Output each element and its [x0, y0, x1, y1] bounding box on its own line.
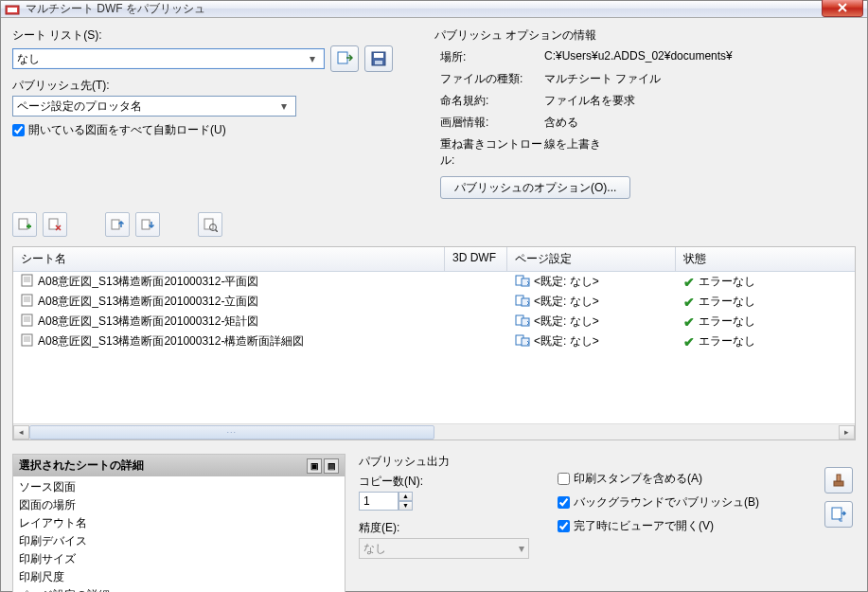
layer-label: 画層情報: [440, 115, 544, 131]
sheet-icon [21, 274, 34, 290]
scroll-thumb[interactable]: ∙∙∙ [29, 425, 434, 440]
row-status: エラーなし [699, 294, 755, 310]
viewer-input[interactable] [558, 520, 570, 532]
detail-item: ソース図面 [19, 478, 339, 496]
col-pagesetup[interactable]: ページ設定 [507, 247, 676, 271]
svg-rect-2 [338, 52, 347, 63]
copies-input[interactable] [359, 492, 399, 511]
autoload-checkbox[interactable]: 開いている図面をすべて自動ロード(U) [12, 122, 421, 138]
filetype-value: マルチシート ファイル [544, 71, 856, 87]
detail-item: レイアウト名 [19, 514, 339, 532]
col-status[interactable]: 状態 [676, 247, 855, 271]
detail-item: 印刷尺度 [19, 568, 339, 586]
sheet-icon [21, 333, 34, 350]
row-status: エラーなし [699, 274, 755, 290]
row-name: A08意匠図_S13構造断面201000312-矩計図 [38, 314, 258, 330]
naming-label: 命名規約: [440, 93, 544, 109]
stamp-settings-button[interactable] [824, 467, 853, 493]
details-view1-icon[interactable]: ▣ [307, 458, 322, 474]
publish-target-combo[interactable]: ページ設定のプロッタ名 ▾ [12, 96, 296, 117]
row-page: <既定: なし> [534, 333, 599, 350]
move-up-button[interactable] [105, 212, 130, 237]
import-list-button[interactable] [330, 45, 359, 72]
copies-down-button[interactable]: ▼ [399, 501, 413, 511]
svg-rect-24 [834, 481, 843, 486]
app-icon [5, 2, 20, 17]
background-label: バックグラウンドでパブリッシュ(B) [574, 494, 759, 511]
chevron-down-icon: ▾ [305, 52, 320, 65]
autoload-input[interactable] [12, 124, 25, 136]
remove-sheet-button[interactable] [43, 212, 67, 237]
scroll-right-button[interactable]: ▸ [839, 425, 855, 440]
precision-combo: なし ▾ [359, 538, 529, 559]
stamp-label: 印刷スタンプを含める(A) [574, 471, 702, 487]
svg-rect-8 [112, 220, 119, 229]
sheetlist-label: シート リスト(S): [12, 27, 421, 44]
titlebar[interactable]: マルチシート DWF をパブリッシュ [1, 1, 867, 18]
preview-button[interactable] [198, 212, 222, 237]
add-sheet-button[interactable] [12, 212, 37, 237]
autoload-label: 開いている図面をすべて自動ロード(U) [28, 122, 226, 138]
detail-item: 印刷サイズ [19, 550, 339, 568]
chevron-down-icon: ▾ [276, 99, 292, 113]
viewer-label: 完了時にビューアで開く(V) [574, 518, 714, 534]
stamp-checkbox[interactable]: 印刷スタンプを含める(A) [558, 471, 812, 487]
horizontal-scrollbar[interactable]: ◂ ∙∙∙ ▸ [13, 423, 855, 440]
naming-value: ファイル名を要求 [544, 93, 856, 109]
row-page: <既定: なし> [534, 314, 599, 330]
merge-label: 重ね書きコントロール: [440, 136, 544, 169]
row-name: A08意匠図_S13構造断面201000312-平面図 [38, 274, 258, 290]
check-icon: ✔ [683, 295, 695, 310]
detail-item: ページ設定の詳細 [19, 586, 339, 592]
col-3ddwf[interactable]: 3D DWF [445, 247, 507, 271]
viewer-checkbox[interactable]: 完了時にビューアで開く(V) [558, 518, 812, 534]
copies-up-button[interactable]: ▲ [399, 492, 413, 501]
check-icon: ✔ [683, 275, 695, 290]
col-sheetname[interactable]: シート名 [13, 247, 445, 271]
publish-info-title: パブリッシュ オプションの情報 [434, 27, 856, 44]
copies-label: コピー数(N): [359, 474, 548, 490]
sheet-table: シート名 3D DWF ページ設定 状態 A08意匠図_S13構造断面20100… [12, 246, 856, 440]
scroll-left-button[interactable]: ◂ [13, 425, 29, 440]
svg-rect-4 [374, 53, 383, 58]
svg-rect-6 [19, 219, 27, 229]
background-input[interactable] [558, 496, 570, 509]
sheetlist-value: なし [17, 51, 40, 67]
pagesetup-icon [515, 333, 530, 350]
save-list-button[interactable] [364, 45, 393, 72]
precision-value: なし [363, 541, 386, 557]
details-title: 選択されたシートの詳細 [19, 457, 144, 474]
table-row[interactable]: A08意匠図_S13構造断面201000312-矩計図<既定: なし>✔エラーな… [13, 312, 855, 332]
sheetlist-combo[interactable]: なし ▾ [12, 48, 325, 69]
pagesetup-icon [515, 294, 530, 310]
details-view2-icon[interactable]: ▤ [324, 458, 339, 474]
row-page: <既定: なし> [534, 274, 599, 290]
row-name: A08意匠図_S13構造断面201000312-構造断面詳細図 [38, 333, 304, 350]
background-checkbox[interactable]: バックグラウンドでパブリッシュ(B) [558, 494, 812, 511]
table-row[interactable]: A08意匠図_S13構造断面201000312-立面図<既定: なし>✔エラーな… [13, 292, 855, 312]
close-button[interactable] [822, 0, 863, 17]
row-status: エラーなし [699, 333, 755, 350]
sheet-icon [21, 294, 34, 310]
row-page: <既定: なし> [534, 294, 599, 310]
merge-value: 線を上書き [544, 136, 856, 169]
svg-rect-18 [22, 314, 32, 326]
svg-rect-15 [22, 295, 32, 306]
table-row[interactable]: A08意匠図_S13構造断面201000312-平面図<既定: なし>✔エラーな… [13, 272, 855, 292]
move-down-button[interactable] [135, 212, 160, 237]
export-settings-button[interactable] [824, 501, 853, 528]
filetype-label: ファイルの種類: [440, 71, 544, 87]
copies-spinner[interactable]: ▲ ▼ [359, 492, 548, 511]
detail-item: 図面の場所 [19, 496, 339, 514]
stamp-input[interactable] [558, 473, 570, 485]
detail-item: 印刷デバイス [19, 532, 339, 550]
selected-sheet-details: 選択されたシートの詳細 ▣ ▤ ソース図面図面の場所レイアウト名印刷デバイス印刷… [12, 454, 345, 592]
svg-rect-5 [375, 61, 382, 64]
svg-rect-25 [837, 475, 841, 481]
table-row[interactable]: A08意匠図_S13構造断面201000312-構造断面詳細図<既定: なし>✔… [13, 332, 855, 351]
check-icon: ✔ [683, 334, 695, 350]
publish-output-title: パブリッシュ出力 [359, 454, 548, 470]
publish-options-button[interactable]: パブリッシュのオプション(O)... [440, 176, 630, 199]
pagesetup-icon [515, 314, 530, 330]
svg-rect-1 [8, 8, 17, 12]
